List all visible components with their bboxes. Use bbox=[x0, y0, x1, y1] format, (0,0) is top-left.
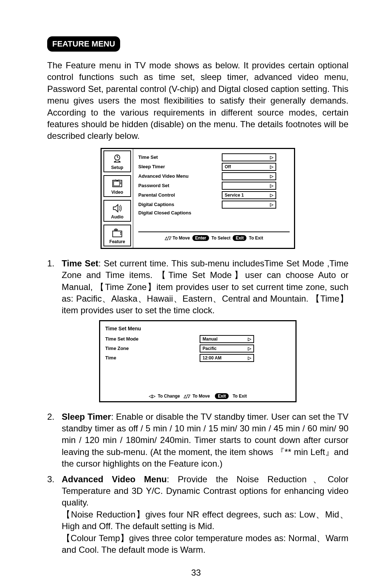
help-bar-2: ◁▷ To Change △▽ To Move Exit To Exit bbox=[105, 390, 290, 399]
menu-row-label: Password Set bbox=[138, 183, 222, 188]
sidebar-video: Video bbox=[103, 175, 131, 197]
timeset-row-value: 12:00 AM▷ bbox=[200, 354, 254, 362]
chevron-right-icon: ▷ bbox=[270, 193, 273, 198]
menu-row-label: Digital Captions bbox=[138, 202, 222, 207]
menu-row: Parental ControlService 1▷ bbox=[138, 191, 290, 199]
menu-options: Time Set▷Sleep TimerOff▷Advanced Video M… bbox=[133, 149, 294, 248]
intro-paragraph: The Feature menu in TV mode shows as bel… bbox=[47, 60, 348, 142]
menu-row-value: Off▷ bbox=[222, 163, 276, 171]
sidebar-setup: Setup bbox=[103, 150, 131, 172]
menu-row-value: ▷ bbox=[222, 153, 276, 161]
menu-row-label: Parental Control bbox=[138, 192, 222, 198]
setup-icon bbox=[111, 153, 124, 164]
menu-row-label: Sleep Timer bbox=[138, 164, 222, 169]
menu-row-value: ▷ bbox=[222, 182, 276, 190]
menu-row: Digital Closed Captions bbox=[138, 210, 290, 216]
page-number: 33 bbox=[0, 568, 392, 578]
chevron-right-icon: ▷ bbox=[270, 202, 273, 207]
audio-icon bbox=[111, 203, 124, 214]
chevron-right-icon: ▷ bbox=[270, 164, 273, 169]
section-badge: FEATURE MENU bbox=[47, 36, 120, 52]
chevron-right-icon: ▷ bbox=[270, 155, 273, 160]
svg-rect-6 bbox=[120, 232, 121, 233]
updown-icon: △▽ bbox=[165, 235, 171, 241]
chevron-right-icon: ▷ bbox=[248, 346, 251, 351]
menu-row-label: Digital Closed Captions bbox=[138, 210, 222, 216]
list-item: 2. Sleep Timer: Enable or disable the TV… bbox=[47, 411, 348, 470]
time-set-title: Time Set Menu bbox=[105, 326, 290, 331]
item-lead: Sleep Timer bbox=[62, 412, 111, 422]
list-item: 3. Advanced Video Menu: Provide the Nois… bbox=[47, 474, 348, 556]
chevron-right-icon: ▷ bbox=[248, 337, 251, 342]
menu-row: Password Set▷ bbox=[138, 182, 290, 190]
menu-row: Sleep TimerOff▷ bbox=[138, 163, 290, 171]
feature-menu-panel: Setup Video Audio Feature Time Set▷Sleep… bbox=[101, 148, 295, 249]
menu-row: Time Set▷ bbox=[138, 153, 290, 161]
enter-chip: Enter bbox=[192, 235, 209, 241]
menu-sidebar: Setup Video Audio Feature bbox=[102, 149, 133, 248]
numbered-list: 1. Time Set: Set current time. This sub-… bbox=[47, 258, 348, 317]
timeset-row-label: Time Set Mode bbox=[105, 336, 200, 342]
feature-icon bbox=[111, 227, 124, 238]
chevron-right-icon: ▷ bbox=[270, 183, 273, 188]
menu-row: Advanced Video Menu▷ bbox=[138, 172, 290, 180]
help-bar: △▽ To Move Enter To Select Exit To Exit bbox=[138, 231, 290, 243]
menu-row-value: Service 1▷ bbox=[222, 191, 276, 199]
svg-rect-7 bbox=[120, 234, 121, 235]
menu-row: Digital Captions▷ bbox=[138, 201, 290, 209]
leftright-icon: ◁▷ bbox=[149, 394, 155, 399]
chevron-right-icon: ▷ bbox=[248, 355, 251, 361]
exit-chip: Exit bbox=[215, 393, 229, 399]
timeset-row: Time Set ModeManual▷ bbox=[105, 335, 290, 343]
time-set-panel: Time Set Menu Time Set ModeManual▷Time Z… bbox=[99, 320, 297, 402]
timeset-row-value: Manual▷ bbox=[200, 335, 254, 343]
timeset-row: Time12:00 AM▷ bbox=[105, 354, 290, 362]
list-item: 1. Time Set: Set current time. This sub-… bbox=[47, 258, 348, 317]
timeset-row-label: Time Zone bbox=[105, 346, 200, 351]
chevron-right-icon: ▷ bbox=[270, 174, 273, 179]
menu-row-value: ▷ bbox=[222, 201, 276, 209]
item-body: : Provide the Noise Reduction、Color Temp… bbox=[62, 474, 348, 555]
menu-row-label: Time Set bbox=[138, 154, 222, 160]
manual-page: FEATURE MENU The Feature menu in TV mode… bbox=[0, 0, 392, 588]
timeset-row-value: Pacific▷ bbox=[200, 345, 254, 353]
menu-row-value: ▷ bbox=[222, 172, 276, 180]
updown-icon: △▽ bbox=[184, 394, 190, 399]
item-lead: Time Set bbox=[62, 258, 98, 268]
timeset-row-label: Time bbox=[105, 355, 200, 361]
svg-rect-4 bbox=[120, 183, 121, 184]
sidebar-feature: Feature bbox=[103, 225, 131, 246]
sidebar-audio: Audio bbox=[103, 200, 131, 222]
svg-rect-3 bbox=[120, 181, 121, 182]
item-lead: Advanced Video Menu bbox=[62, 474, 167, 484]
menu-row-label: Advanced Video Menu bbox=[138, 173, 222, 179]
item-body: : Set current time. This sub-menu includ… bbox=[62, 258, 348, 315]
timeset-row: Time ZonePacific▷ bbox=[105, 345, 290, 353]
exit-chip: Exit bbox=[233, 235, 246, 241]
svg-rect-2 bbox=[114, 181, 119, 186]
numbered-list: 2. Sleep Timer: Enable or disable the TV… bbox=[47, 411, 348, 556]
video-icon bbox=[111, 178, 124, 189]
